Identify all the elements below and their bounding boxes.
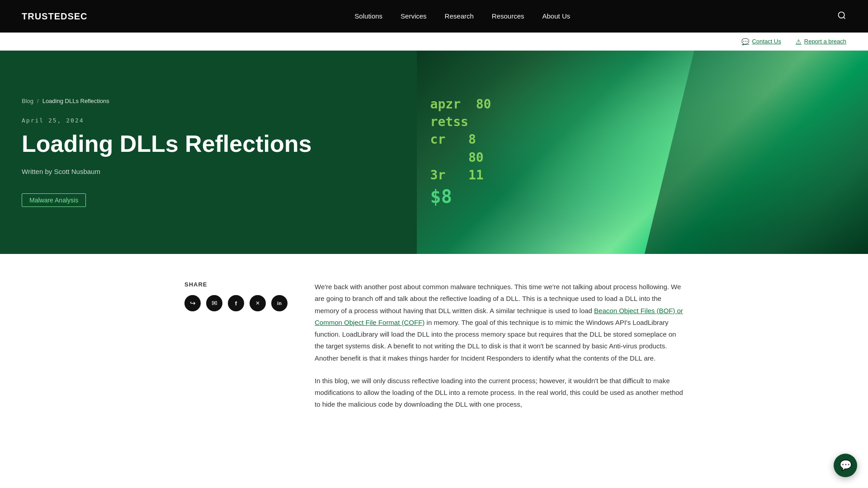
share-x-button[interactable]: ✕ (250, 295, 266, 311)
share-icons: ↪ ✉ f ✕ in (184, 295, 288, 311)
report-breach-link[interactable]: ⚠ Report a breach (796, 38, 846, 45)
breadcrumb-separator: / (37, 98, 39, 104)
brand-logo: TRUSTEDSEC (22, 11, 88, 22)
article-paragraph-1: We're back with another post about commo… (315, 281, 684, 364)
hero-section: Blog / Loading DLLs Reflections April 25… (0, 51, 868, 254)
share-label: Share (184, 281, 288, 288)
article-title: Loading DLLs Reflections (22, 131, 395, 157)
alert-icon: ⚠ (796, 38, 802, 45)
nav-item-services[interactable]: Services (401, 12, 427, 20)
breadcrumb: Blog / Loading DLLs Reflections (22, 98, 395, 104)
share-forward-button[interactable]: ↪ (184, 295, 201, 311)
nav-link-resources[interactable]: Resources (492, 12, 524, 20)
share-column: Share ↪ ✉ f ✕ in (184, 281, 288, 422)
share-facebook-button[interactable]: f (228, 295, 244, 311)
svg-line-1 (844, 17, 845, 19)
article-paragraph-2: In this blog, we will only discuss refle… (315, 375, 684, 411)
article-date: April 25, 2024 (22, 117, 395, 124)
nav-links: Solutions Services Research Resources Ab… (354, 12, 570, 20)
bof-coff-link[interactable]: Beacon Object Files (BOF) or Common Obje… (315, 307, 683, 326)
hero-content: Blog / Loading DLLs Reflections April 25… (0, 51, 417, 254)
article-body: We're back with another post about commo… (315, 281, 684, 422)
nav-link-about[interactable]: About Us (542, 12, 571, 20)
main-nav: TRUSTEDSEC Solutions Services Research R… (0, 0, 868, 33)
breadcrumb-blog-link[interactable]: Blog (22, 98, 33, 104)
hero-image: apzr 80 retss cr 8 80 3r 11 $8 (417, 51, 868, 254)
svg-point-0 (839, 12, 844, 18)
article-section: Share ↪ ✉ f ✕ in We're back with another… (163, 254, 705, 449)
share-linkedin-button[interactable]: in (271, 295, 288, 311)
nav-item-research[interactable]: Research (445, 12, 474, 20)
article-author: Written by Scott Nusbaum (22, 168, 395, 175)
search-icon[interactable] (837, 11, 846, 22)
nav-item-resources[interactable]: Resources (492, 12, 524, 20)
nav-link-research[interactable]: Research (445, 12, 474, 20)
contact-us-link[interactable]: 💬 Contact Us (741, 38, 781, 45)
share-email-button[interactable]: ✉ (206, 295, 222, 311)
secondary-bar: 💬 Contact Us ⚠ Report a breach (0, 33, 868, 51)
nav-link-solutions[interactable]: Solutions (354, 12, 382, 20)
malware-analysis-tag[interactable]: Malware Analysis (22, 193, 86, 207)
nav-item-solutions[interactable]: Solutions (354, 12, 382, 20)
nav-link-services[interactable]: Services (401, 12, 427, 20)
nav-item-about[interactable]: About Us (542, 12, 571, 20)
breadcrumb-current-page: Loading DLLs Reflections (42, 98, 109, 104)
chat-icon: 💬 (741, 38, 749, 45)
